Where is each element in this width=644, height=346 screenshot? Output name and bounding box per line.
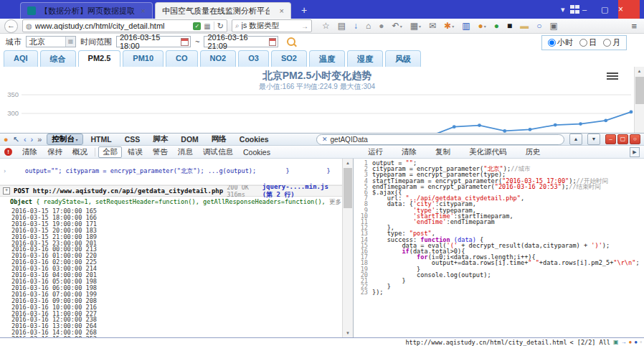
- console-object-row[interactable]: Object { readyState=1, setRequestHeader=…: [0, 197, 342, 208]
- tab-groups-icon[interactable]: [570, 5, 580, 14]
- page-scrollbar[interactable]: ▲: [634, 67, 644, 133]
- console-filter-3[interactable]: 消息: [174, 146, 197, 158]
- expand-icon[interactable]: +: [3, 187, 10, 195]
- firebug-close-button[interactable]: ○: [630, 134, 640, 144]
- pollutant-tab-so2[interactable]: SO2: [271, 50, 307, 67]
- calendar-icon[interactable]: [181, 38, 189, 46]
- home-icon[interactable]: ⌂: [366, 21, 371, 31]
- start-time-input[interactable]: 2016-03-15 18:00: [116, 36, 191, 47]
- dropdown-caret-icon[interactable]: ▾: [400, 24, 402, 29]
- pollutant-tab-pm10[interactable]: PM10: [123, 50, 164, 67]
- scroll-up-icon[interactable]: ▲: [635, 67, 644, 75]
- dropdown-caret-icon[interactable]: ▾: [419, 24, 421, 29]
- granularity-option-3[interactable]: 月: [603, 37, 620, 48]
- firebug-tab-dom[interactable]: DOM: [176, 134, 204, 144]
- firebug-tab-控制台[interactable]: 控制台 ▾: [47, 134, 82, 145]
- greasemonkey-icon[interactable]: ●▾: [478, 21, 486, 31]
- console-filter-5[interactable]: Cookies: [239, 147, 275, 157]
- search-value[interactable]: js 数据类型: [242, 21, 299, 31]
- search-bar[interactable]: ⌕ js 数据类型 →: [232, 19, 312, 32]
- network-request-row[interactable]: + POST http://www.aqistudy.cn/api/getdat…: [0, 185, 342, 197]
- qr-code-icon[interactable]: ▦: [204, 22, 210, 30]
- back-button[interactable]: ←: [4, 19, 18, 33]
- calendar-icon[interactable]: [269, 38, 277, 46]
- search-go-icon[interactable]: →: [301, 22, 308, 30]
- adblock-icon[interactable]: ●: [494, 21, 499, 31]
- window-maximize-button[interactable]: ▢: [601, 0, 620, 19]
- pollutant-tab-o3[interactable]: O3: [238, 50, 269, 67]
- clear-search-icon[interactable]: ✕: [322, 136, 328, 143]
- console-filter-1[interactable]: 错误: [123, 146, 147, 158]
- console-filter-2[interactable]: 警告: [148, 146, 172, 158]
- editor-action-0[interactable]: 运行: [364, 146, 387, 158]
- bookmark-star-icon[interactable]: ☆: [322, 21, 330, 31]
- pollutant-tab-湿度[interactable]: 湿度: [347, 50, 383, 67]
- firebug-minimize-button[interactable]: –: [605, 134, 616, 144]
- search-prev-button[interactable]: ▲: [569, 134, 582, 145]
- pollutant-tab-aqi[interactable]: AQI: [4, 50, 38, 67]
- new-tab-button[interactable]: +: [295, 4, 313, 17]
- firebug-tab-css[interactable]: CSS: [120, 134, 146, 144]
- window-minimize-button[interactable]: –: [582, 0, 601, 19]
- browser-tab-active[interactable]: 中国空气质量在线监测分析平台|城市... ×: [155, 2, 291, 19]
- nav-forward-icon[interactable]: ›: [31, 135, 34, 144]
- granularity-radio[interactable]: [548, 39, 556, 47]
- addon-icon-cake[interactable]: ▬: [520, 21, 529, 31]
- firebug-action-2[interactable]: 概况: [68, 146, 92, 158]
- error-count-icon[interactable]: !: [4, 148, 12, 156]
- image-addon-icon[interactable]: ▣: [550, 21, 558, 31]
- url-bar[interactable]: ◍ www.aqistudy.cn/html/city_detail.html …: [22, 19, 227, 32]
- end-time-input[interactable]: 2016-03-16 21:09: [204, 36, 278, 47]
- reload-icon[interactable]: ↻: [217, 22, 224, 31]
- firebug-action-1[interactable]: 保持: [43, 146, 67, 158]
- granularity-radio[interactable]: [579, 39, 587, 47]
- comment-icon[interactable]: ✉: [429, 21, 436, 31]
- feedback-icon[interactable]: ●: [379, 21, 384, 31]
- console-scrollbar[interactable]: ▲ ▼: [342, 159, 353, 337]
- firebug-tab-网络[interactable]: 网络: [207, 134, 232, 145]
- pollutant-tab-温度[interactable]: 温度: [309, 50, 345, 67]
- editor-action-1[interactable]: 清除: [397, 146, 421, 158]
- pollutant-tab-co[interactable]: CO: [166, 50, 198, 67]
- editor-action-2[interactable]: 复制: [431, 146, 455, 158]
- firebug-action-0[interactable]: 清除: [18, 146, 42, 158]
- window-close-button[interactable]: ×: [618, 0, 640, 19]
- dropdown-caret-icon[interactable]: ▾: [452, 24, 454, 29]
- query-search-icon[interactable]: [287, 37, 295, 46]
- pollutant-tab-pm2.5[interactable]: PM2.5: [78, 50, 121, 67]
- gestures-addon-icon[interactable]: ✱▾: [444, 21, 454, 31]
- security-shield-icon[interactable]: ✓: [193, 22, 201, 30]
- dropdown-caret-icon[interactable]: ▾: [484, 24, 486, 29]
- firebug-search-input[interactable]: ✕ getAQIData: [316, 134, 564, 145]
- editor-action-4[interactable]: 历史: [521, 146, 544, 158]
- firebug-menu-icon[interactable]: ●: [4, 135, 9, 144]
- undo-closed-tab-icon[interactable]: ↶▾: [392, 21, 402, 31]
- search-next-button[interactable]: ▼: [587, 134, 600, 145]
- granularity-option-1[interactable]: 小时: [548, 37, 573, 48]
- hamburger-menu-icon[interactable]: ≡: [631, 21, 640, 32]
- granularity-radio[interactable]: [603, 39, 611, 47]
- object-more-link[interactable]: 更多...: [329, 198, 342, 205]
- screenshot-icon[interactable]: ▦▾: [410, 21, 421, 31]
- city-combo-icon[interactable]: ▦: [65, 37, 75, 47]
- firebug-tab-html[interactable]: HTML: [86, 134, 117, 144]
- console-filter-0[interactable]: 全部: [98, 146, 122, 158]
- city-input[interactable]: 北京 ▦: [26, 36, 76, 47]
- browser-tab-inactive[interactable]: 【数据分析】网页数据提取 - 帮... ×: [20, 2, 153, 19]
- scroll-down-icon[interactable]: ▼: [343, 329, 353, 337]
- scrollbar-thumb[interactable]: [635, 77, 644, 104]
- tab-close-icon[interactable]: ×: [280, 6, 284, 15]
- toolbar-overflow-icon[interactable]: ▶: [630, 147, 640, 157]
- command-line-icon[interactable]: »: [37, 135, 42, 144]
- bookmarks-menu-icon[interactable]: ▤: [338, 21, 346, 31]
- firebug-tab-脚本[interactable]: 脚本: [148, 134, 173, 145]
- console-filter-4[interactable]: 调试信息: [199, 146, 237, 158]
- nav-back-icon[interactable]: ‹: [24, 135, 27, 144]
- proxy-globe-icon[interactable]: ○: [536, 21, 541, 31]
- url-text[interactable]: www.aqistudy.cn/html/city_detail.html: [35, 22, 191, 30]
- scrollbar-thumb[interactable]: [344, 168, 352, 208]
- chart-toolbox-icon[interactable]: [607, 71, 618, 81]
- scroll-up-icon[interactable]: ▲: [343, 159, 353, 167]
- tab-close-icon[interactable]: ×: [141, 6, 146, 15]
- editor-action-3[interactable]: 美化源代码: [465, 146, 511, 158]
